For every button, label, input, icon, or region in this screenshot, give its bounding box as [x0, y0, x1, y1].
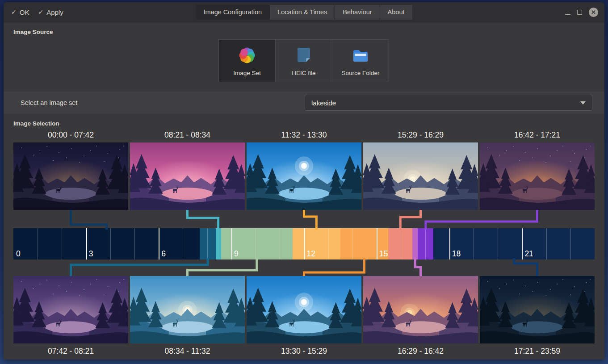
thumbnail-bottom-3[interactable]	[247, 276, 361, 343]
thumbnail-top-3[interactable]	[247, 142, 361, 210]
bottom-time-labels: 07:42 - 08:2108:34 - 11:3213:30 - 15:291…	[13, 343, 595, 357]
image-set-pinwheel-icon	[237, 45, 257, 66]
titlebar-actions: ✓ OK ✓ Apply	[4, 8, 63, 16]
top-time-labels: 00:00 - 07:4208:21 - 08:3411:32 - 13:301…	[13, 130, 595, 142]
desktop: { "window": { "check_glyph": "✓", "ok_la…	[0, 0, 608, 364]
source-folder-icon	[350, 45, 371, 66]
thumbnail-top-2[interactable]	[130, 142, 245, 210]
timeline-segment-1529-1629[interactable]	[388, 228, 412, 259]
chevron-down-icon	[580, 101, 586, 105]
heic-file-icon	[294, 45, 314, 66]
source-option-label: HEIC file	[292, 70, 315, 76]
source-option-label: Image Set	[233, 70, 261, 76]
titlebar: ✓ OK ✓ Apply Image ConfigurationLocation…	[4, 2, 604, 22]
time-range-label-bottom-4: 16:29 - 16:42	[363, 347, 478, 357]
tab-image-configuration[interactable]: Image Configuration	[196, 5, 269, 20]
thumbnail-top-1[interactable]	[13, 142, 128, 210]
timeline: 036912151821	[13, 228, 595, 259]
bottom-thumbnail-row	[13, 276, 595, 343]
source-option-source-folder[interactable]: Source Folder	[332, 39, 389, 82]
image-source-options: Image Set HEIC file Source Folder	[4, 39, 604, 82]
thumbnail-bottom-1[interactable]	[13, 276, 128, 343]
maximize-button[interactable]	[577, 10, 582, 15]
source-option-image-set[interactable]: Image Set	[218, 39, 276, 82]
time-range-label-top-2: 08:21 - 08:34	[130, 130, 245, 142]
image-set-dropdown[interactable]: lakeside	[305, 95, 592, 111]
time-range-label-bottom-5: 17:21 - 23:59	[480, 347, 595, 357]
ok-button-label: OK	[20, 8, 29, 16]
image-selection-area: 00:00 - 07:4208:21 - 08:3411:32 - 13:301…	[13, 130, 595, 357]
thumbnail-top-5[interactable]	[480, 142, 595, 210]
image-set-select-row: Select an image set lakeside	[4, 92, 604, 114]
tab-behaviour[interactable]: Behaviour	[335, 5, 379, 20]
time-range-label-bottom-2: 08:34 - 11:32	[130, 347, 245, 357]
thumbnail-bottom-2[interactable]	[130, 276, 245, 343]
thumbnail-bottom-4[interactable]	[363, 276, 478, 343]
close-icon: ✕	[591, 9, 596, 15]
timeline-segment-0834-1132[interactable]	[221, 228, 293, 259]
timeline-segment-1132-1330[interactable]	[293, 228, 340, 259]
apply-button-label: Apply	[46, 8, 63, 16]
time-range-label-bottom-3: 13:30 - 15:29	[247, 347, 361, 357]
top-thumbnail-row	[13, 142, 595, 210]
image-selection-heading: Image Selection	[13, 120, 604, 127]
ok-button[interactable]: ✓ OK	[11, 8, 29, 16]
timeline-segment-1330-1529[interactable]	[340, 228, 388, 259]
thumbnail-top-4[interactable]	[363, 142, 478, 210]
timeline-segment-1629-1642[interactable]	[412, 228, 418, 259]
time-range-label-top-3: 11:32 - 13:30	[247, 130, 361, 142]
source-option-label: Source Folder	[342, 70, 380, 76]
tab-location-times[interactable]: Location & Times	[269, 5, 335, 20]
window-controls: ✕	[565, 2, 598, 22]
image-set-dropdown-value: lakeside	[311, 99, 336, 107]
time-range-label-top-1: 00:00 - 07:42	[13, 130, 128, 142]
timeline-segment-0821-0834[interactable]	[216, 228, 221, 259]
source-option-heic-file[interactable]: HEIC file	[275, 39, 332, 82]
close-button[interactable]: ✕	[589, 8, 598, 17]
timeline-segment-1721-2359[interactable]	[433, 228, 594, 259]
select-image-set-label: Select an image set	[21, 99, 77, 106]
minimize-button[interactable]	[565, 14, 570, 15]
timeline-segment-0742-0821[interactable]	[200, 228, 215, 259]
timeline-segment-0000-0742[interactable]	[13, 228, 200, 259]
time-range-label-top-4: 15:29 - 16:29	[363, 130, 478, 142]
image-source-heading: Image Source	[13, 29, 604, 35]
thumbnail-bottom-5[interactable]	[480, 276, 595, 343]
tab-about[interactable]: About	[380, 5, 412, 20]
check-icon: ✓	[11, 8, 17, 16]
timeline-segment-1642-1721[interactable]	[418, 228, 433, 259]
check-icon: ✓	[38, 8, 43, 16]
app-window: ✓ OK ✓ Apply Image ConfigurationLocation…	[4, 2, 604, 360]
apply-button[interactable]: ✓ Apply	[38, 8, 63, 16]
time-range-label-top-5: 16:42 - 17:21	[480, 130, 595, 142]
time-range-label-bottom-1: 07:42 - 08:21	[13, 347, 128, 357]
tab-bar: Image ConfigurationLocation & TimesBehav…	[196, 5, 412, 20]
